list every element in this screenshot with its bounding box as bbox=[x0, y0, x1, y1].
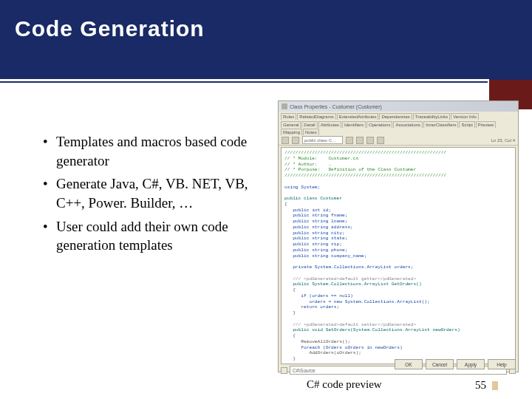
tab[interactable]: Script bbox=[459, 121, 474, 128]
band-navy-right bbox=[489, 0, 532, 80]
toolbar-icon[interactable] bbox=[377, 137, 384, 144]
tab[interactable]: Identifiers bbox=[342, 121, 366, 128]
tab[interactable]: ExtendedAttributes bbox=[337, 113, 379, 120]
code-line: orders = new System.Collections.ArrayLis… bbox=[284, 299, 430, 304]
bullet-item: Templates and macros based code generato… bbox=[43, 132, 272, 170]
tab[interactable]: Notes bbox=[303, 129, 319, 135]
code-line: using System; bbox=[284, 185, 320, 190]
app-icon bbox=[282, 103, 287, 109]
code-line: public string city; bbox=[284, 231, 345, 236]
editor-toolbar: public class C… Ln 23, Col 4 bbox=[279, 135, 518, 146]
apply-button[interactable]: Apply bbox=[457, 359, 485, 369]
tab-row-lower: General Detail Attributes Identifiers Op… bbox=[279, 120, 518, 135]
code-preview-screenshot: Class Properties - Customer (Customer) R… bbox=[278, 100, 519, 372]
code-line: } bbox=[284, 310, 296, 316]
toolbar-icon[interactable] bbox=[366, 137, 374, 144]
bullet-item: Generate Java, C#, VB. NET, VB, C++, Pow… bbox=[43, 174, 272, 212]
code-line: foreach (Orders oOrders in newOrders) bbox=[284, 345, 403, 350]
toolbar-icon[interactable] bbox=[356, 137, 364, 144]
code-line: public string state; bbox=[284, 236, 347, 241]
corner-decoration bbox=[492, 381, 498, 390]
toolbar-dropdown[interactable]: public class C… bbox=[302, 136, 343, 144]
tab[interactable]: RelatedDiagrams bbox=[297, 113, 335, 120]
code-line: // * Purpose: Definition of the Class Cu… bbox=[284, 167, 416, 172]
code-line: if (orders == null) bbox=[284, 293, 353, 299]
code-line: public string phone; bbox=[284, 248, 347, 253]
band-underline bbox=[0, 81, 488, 83]
tab[interactable]: InnerClassifiers bbox=[423, 121, 458, 128]
code-line: public string fname; bbox=[284, 213, 347, 218]
cursor-position: Ln 23, Col 4 bbox=[491, 138, 515, 143]
tab[interactable]: Dependencies bbox=[379, 113, 412, 120]
bullet-item: User could add their own code generation… bbox=[43, 217, 272, 255]
tab[interactable]: Associations bbox=[393, 121, 423, 128]
code-line: { bbox=[284, 287, 296, 293]
tab[interactable]: Rules bbox=[281, 113, 296, 120]
code-line: // * Author: … bbox=[284, 162, 331, 167]
code-editor[interactable]: ////////////////////////////////////////… bbox=[281, 147, 516, 364]
window-title: Class Properties - Customer (Customer) bbox=[290, 104, 382, 109]
code-line: public class Customer bbox=[284, 196, 342, 201]
bullet-list: Templates and macros based code generato… bbox=[13, 132, 272, 259]
cancel-button[interactable]: Cancel bbox=[426, 359, 454, 369]
square-icon[interactable] bbox=[281, 367, 287, 374]
code-line: ////////////////////////////////////////… bbox=[284, 173, 446, 178]
help-button[interactable]: Help bbox=[488, 359, 516, 369]
tab[interactable]: Detail bbox=[301, 121, 317, 128]
title-band: Code Generation bbox=[0, 0, 532, 96]
code-line: public string address; bbox=[284, 225, 353, 230]
code-line: private System.Collections.ArrayList ord… bbox=[284, 265, 414, 270]
tab[interactable]: Attributes bbox=[318, 121, 341, 128]
tab[interactable]: Operations bbox=[366, 121, 392, 128]
code-line: return orders; bbox=[284, 304, 339, 310]
code-line: AddOrders(oOrders); bbox=[284, 350, 361, 355]
code-line: /// <pdGenerated>default getter</pdGener… bbox=[284, 276, 416, 282]
tab[interactable]: Preview bbox=[476, 121, 496, 128]
code-line: ////////////////////////////////////////… bbox=[284, 150, 446, 155]
slide-title: Code Generation bbox=[15, 16, 205, 41]
code-line: } bbox=[284, 356, 296, 361]
code-line: public int id; bbox=[284, 208, 331, 213]
code-line: /// <pdGenerated>default setter</pdGener… bbox=[284, 322, 416, 327]
page-number: 55 bbox=[475, 379, 486, 392]
dialog-button-row: OK Cancel Apply Help bbox=[395, 359, 516, 369]
code-line: { bbox=[284, 202, 287, 207]
tab[interactable]: Version Info bbox=[451, 113, 479, 120]
code-line: public string lname; bbox=[284, 219, 347, 224]
code-line: RemoveAllOrders(); bbox=[284, 339, 350, 344]
tab-row-upper: Rules RelatedDiagrams ExtendedAttributes… bbox=[279, 112, 518, 120]
tab[interactable]: TraceabilityLinks bbox=[413, 113, 450, 120]
toolbar-icon[interactable] bbox=[282, 137, 289, 144]
window-titlebar: Class Properties - Customer (Customer) bbox=[279, 101, 518, 112]
code-line: public void SetOrders(System.Collections… bbox=[284, 327, 460, 332]
tab[interactable]: General bbox=[281, 121, 301, 128]
code-line: public string company_name; bbox=[284, 253, 366, 259]
figure-caption: C# code preview bbox=[307, 378, 382, 391]
toolbar-icon[interactable] bbox=[346, 137, 353, 144]
code-line: public string zip; bbox=[284, 242, 342, 247]
toolbar-icon[interactable] bbox=[292, 137, 299, 144]
ok-button[interactable]: OK bbox=[395, 359, 423, 369]
tab[interactable]: Mapping bbox=[281, 129, 302, 135]
code-line: public System.Collections.ArrayList GetO… bbox=[284, 282, 422, 287]
code-line: // * Module: Customer.cs bbox=[284, 156, 358, 161]
code-line: { bbox=[284, 333, 296, 338]
